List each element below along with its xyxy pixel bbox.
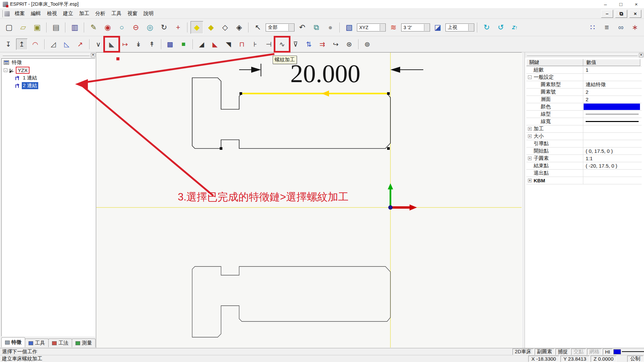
zoom-fit-button[interactable]: ◎ xyxy=(144,21,156,34)
mdi-minimize-button[interactable]: – xyxy=(601,10,613,18)
drill-cycle-button[interactable]: ⊦ xyxy=(250,39,261,50)
property-row[interactable]: 組數 1 xyxy=(526,66,642,74)
thread-cycle-button[interactable]: ∿ 螺紋加工 xyxy=(276,39,288,50)
view-isometric-button[interactable]: ◆ xyxy=(191,21,203,34)
property-row[interactable]: 退出點 xyxy=(526,170,642,177)
solid-model-button[interactable]: ■ xyxy=(178,39,189,50)
machining-options-button[interactable]: ⊚ xyxy=(362,39,373,50)
pattern-button[interactable]: ▩ xyxy=(164,39,176,50)
view-combo[interactable]: 上視 xyxy=(445,23,474,32)
menu-item[interactable]: 編輯 xyxy=(28,9,44,18)
tree-node-plane[interactable]: - YZX xyxy=(2,66,95,74)
redraw-brush-button[interactable]: ✎ xyxy=(87,21,100,34)
menu-item[interactable]: 檔案 xyxy=(12,9,28,18)
tree-item-chain[interactable]: 1 連結 xyxy=(2,74,95,82)
z-axis-up-button[interactable]: Z↑ xyxy=(508,21,521,34)
turning-feature-button[interactable]: ◣ xyxy=(106,39,117,50)
pan-view-button[interactable]: + xyxy=(172,21,184,34)
machine-definition-button[interactable]: ▦ xyxy=(643,21,644,34)
current-color-swatch[interactable] xyxy=(613,349,621,354)
menu-item[interactable]: 加工 xyxy=(76,9,92,18)
cutoff-cycle-button[interactable]: ⊽ xyxy=(290,39,301,50)
point-pick-button[interactable]: ↗ xyxy=(74,39,86,50)
close-icon[interactable]: × xyxy=(91,53,95,57)
mode-toggle[interactable]: 捕捉 xyxy=(555,349,570,355)
expander-icon[interactable]: + xyxy=(528,134,532,138)
property-row[interactable]: 顏色 xyxy=(526,103,642,111)
drill-feature-button[interactable]: ↡ xyxy=(133,39,144,50)
coordinate-system-combo[interactable]: XYZ xyxy=(357,23,386,32)
property-row[interactable]: 結束點 ( -20, 17.5, 0 ) xyxy=(526,162,642,170)
pickup-button[interactable]: ↪ xyxy=(330,39,341,50)
panel-grip[interactable]: × xyxy=(1,52,96,58)
expander-icon[interactable]: + xyxy=(528,127,532,131)
feature-push-button[interactable]: ↦ xyxy=(119,39,131,50)
mode-toggle[interactable]: 交點 xyxy=(571,349,586,355)
chain-feature-button[interactable]: ◺ xyxy=(61,39,72,50)
property-row[interactable]: + 加工 xyxy=(526,125,642,133)
zoom-window-button[interactable]: ○ xyxy=(115,21,128,34)
feature-funnel-button[interactable]: ∨ xyxy=(93,39,104,50)
open-file-button[interactable]: ▱ xyxy=(17,21,30,34)
mdi-restore-button[interactable]: ⧉ xyxy=(615,10,627,18)
document-properties-button[interactable]: ▥ xyxy=(68,21,81,34)
property-row[interactable]: 線寬 xyxy=(526,118,642,125)
part-transfer-button[interactable]: ⇉ xyxy=(317,39,328,50)
mode-toggle[interactable]: HI xyxy=(603,349,612,355)
view-wireframe-button[interactable]: ◇ xyxy=(219,21,231,34)
groove-cycle-button[interactable]: ⊓ xyxy=(236,39,248,50)
spindle-button[interactable]: ⊛ xyxy=(343,39,355,50)
layer-combo[interactable]: 3 '2' xyxy=(401,23,430,32)
paste-special-button[interactable]: ⧉ xyxy=(310,21,323,34)
axes-display-button[interactable]: ∗ xyxy=(629,21,641,34)
zoom-previous-button[interactable]: ◉ xyxy=(101,21,114,34)
rotate-workplane-ccw-button[interactable]: ↺ xyxy=(494,21,507,34)
expander-icon[interactable]: + xyxy=(528,179,532,182)
property-row[interactable]: 開始點 ( 0, 17.5, 0 ) xyxy=(526,147,642,155)
face-feature-button[interactable]: ◿ xyxy=(48,39,59,50)
menu-item[interactable]: 說明 xyxy=(141,9,157,18)
property-row[interactable]: 圖素號 2 xyxy=(526,88,642,96)
view-manager-glasses-button[interactable]: ∞ xyxy=(614,21,627,34)
expander-icon[interactable]: - xyxy=(528,75,532,79)
cad-canvas[interactable]: 20.000 3.選擇已完成的特徵鏈>選擇螺紋加工 xyxy=(96,52,522,348)
view-shaded-button[interactable]: ◆ xyxy=(205,21,217,34)
rough-turning-button[interactable]: ◥ xyxy=(223,39,234,50)
rotate-workplane-cw-button[interactable]: ↻ xyxy=(480,21,493,34)
window-restore-button[interactable]: □ xyxy=(613,0,629,8)
menu-item[interactable]: 建立 xyxy=(60,9,76,18)
property-row[interactable]: + 大小 xyxy=(526,133,642,140)
part-profile-lower[interactable] xyxy=(192,266,390,337)
stock-profile-button[interactable]: ◠ xyxy=(30,39,41,50)
balanced-turning-button[interactable]: ◣ xyxy=(209,39,221,50)
close-icon[interactable]: × xyxy=(639,53,643,57)
bore-cycle-button[interactable]: ⊣ xyxy=(263,39,274,50)
window-close-button[interactable]: × xyxy=(629,0,644,8)
new-file-button[interactable]: ▢ xyxy=(3,21,15,34)
tree-item-chain[interactable]: 2 連結 xyxy=(2,82,95,89)
undo-button[interactable]: ↶ xyxy=(296,21,309,34)
property-row[interactable]: 層面 2 xyxy=(526,96,642,103)
mode-toggle[interactable]: 2D車床 xyxy=(513,349,534,355)
window-minimize-button[interactable]: – xyxy=(598,0,613,8)
panel-tab[interactable]: 測量 xyxy=(72,339,96,347)
contour-turning-button[interactable]: ◢ xyxy=(196,39,207,50)
rotate-view-button[interactable]: ↻ xyxy=(158,21,170,34)
property-row[interactable]: + 子圓素 1:1 xyxy=(526,155,642,162)
zoom-out-button[interactable]: ⊖ xyxy=(129,21,142,34)
mode-toggle[interactable]: 網格 xyxy=(587,349,602,355)
column-header-value[interactable]: 數值 xyxy=(583,59,640,66)
layers-button[interactable]: ≋ xyxy=(387,21,400,34)
snap-options-button[interactable]: ∷ xyxy=(586,21,599,34)
panel-tab[interactable]: 特徵 xyxy=(1,337,25,347)
tool-setup-button[interactable]: ↥ xyxy=(16,39,28,50)
expander-icon[interactable]: + xyxy=(528,157,532,160)
select-cursor-button[interactable]: ↖ xyxy=(252,21,264,34)
property-row[interactable]: 線型 xyxy=(526,111,642,118)
stop-button[interactable]: ● xyxy=(324,21,337,34)
view-hidden-line-button[interactable]: ◈ xyxy=(233,21,246,34)
save-file-button[interactable]: ▣ xyxy=(31,21,44,34)
panel-tab[interactable]: 工法 xyxy=(48,339,72,347)
work-plane-button[interactable]: ▧ xyxy=(343,21,356,34)
column-header-key[interactable]: 關鍵 xyxy=(526,59,583,66)
